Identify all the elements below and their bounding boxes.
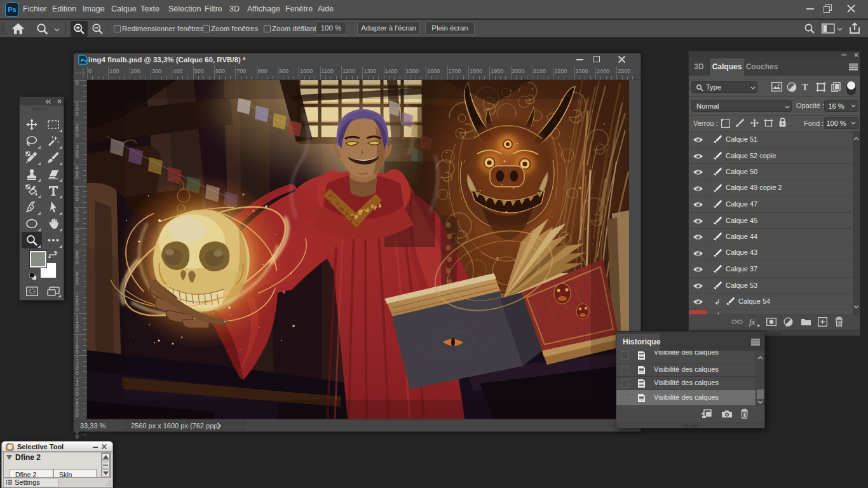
svg-text:Ps: Ps — [81, 58, 87, 64]
